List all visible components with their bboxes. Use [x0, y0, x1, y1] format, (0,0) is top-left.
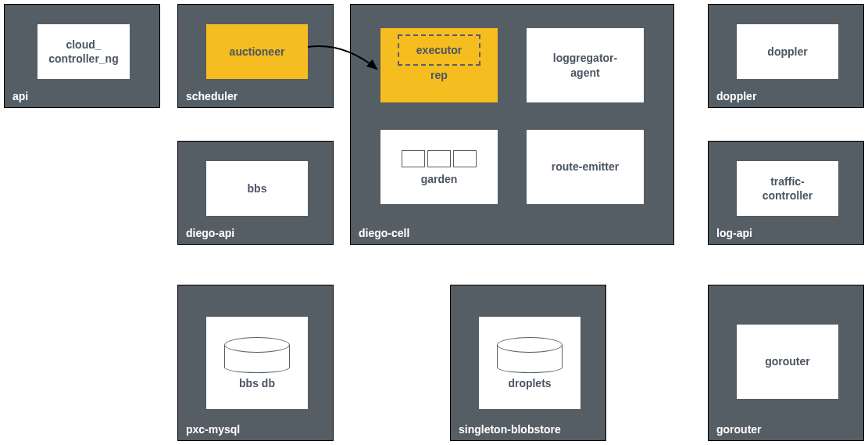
box-garden: garden: [380, 130, 498, 204]
box-rep: executor rep: [380, 28, 498, 102]
label-diego-cell: diego-cell: [359, 227, 409, 239]
container-diego-cell: executor rep loggregator- agent garden r…: [350, 4, 674, 245]
db-icon: [224, 337, 290, 373]
label-bbs: bbs: [248, 181, 267, 196]
container-diego-api: bbs diego-api: [177, 141, 334, 245]
label-log-api: log-api: [716, 227, 752, 239]
box-auctioneer: auctioneer: [206, 24, 308, 79]
box-droplets: droplets: [479, 317, 580, 409]
label-diego-api: diego-api: [186, 227, 234, 239]
label-api: api: [13, 90, 28, 102]
label-bbs-db: bbs db: [239, 376, 275, 390]
box-executor: executor: [398, 34, 480, 66]
box-doppler: doppler: [737, 24, 838, 79]
label-doppler: doppler: [767, 45, 807, 59]
label-gorouter: gorouter: [765, 354, 810, 368]
label-rep: rep: [430, 69, 448, 81]
label-doppler-container: doppler: [716, 90, 756, 102]
label-garden: garden: [421, 172, 458, 186]
label-traffic-controller: traffic- controller: [763, 174, 813, 203]
label-route-emitter: route-emitter: [552, 160, 619, 174]
garden-containers-icon: [402, 150, 477, 167]
box-route-emitter: route-emitter: [527, 130, 644, 204]
container-log-api: traffic- controller log-api: [708, 141, 864, 245]
container-pxc-mysql: bbs db pxc-mysql: [177, 285, 334, 441]
blob-icon: [497, 337, 563, 373]
mini-box: [427, 150, 451, 167]
mini-box: [453, 150, 477, 167]
label-singleton-blobstore: singleton-blobstore: [459, 423, 561, 436]
label-gorouter-container: gorouter: [716, 423, 762, 436]
container-api: cloud_ controller_ng api: [4, 4, 160, 108]
container-gorouter: gorouter gorouter: [708, 285, 864, 441]
mini-box: [402, 150, 425, 167]
label-cloud-controller-ng: cloud_ controller_ng: [48, 38, 118, 66]
label-pxc-mysql: pxc-mysql: [186, 423, 240, 436]
container-doppler: doppler doppler: [708, 4, 864, 108]
box-cloud-controller-ng: cloud_ controller_ng: [38, 24, 130, 79]
box-loggregator-agent: loggregator- agent: [527, 28, 644, 102]
box-traffic-controller: traffic- controller: [737, 161, 838, 216]
label-droplets: droplets: [508, 376, 551, 390]
box-gorouter: gorouter: [737, 325, 838, 399]
container-scheduler: auctioneer scheduler: [177, 4, 334, 108]
label-auctioneer: auctioneer: [230, 45, 285, 58]
label-loggregator-agent: loggregator- agent: [553, 51, 617, 79]
label-scheduler: scheduler: [186, 90, 238, 102]
box-bbs: bbs: [206, 161, 308, 216]
box-bbs-db: bbs db: [206, 317, 308, 409]
container-singleton-blobstore: droplets singleton-blobstore: [450, 285, 606, 441]
